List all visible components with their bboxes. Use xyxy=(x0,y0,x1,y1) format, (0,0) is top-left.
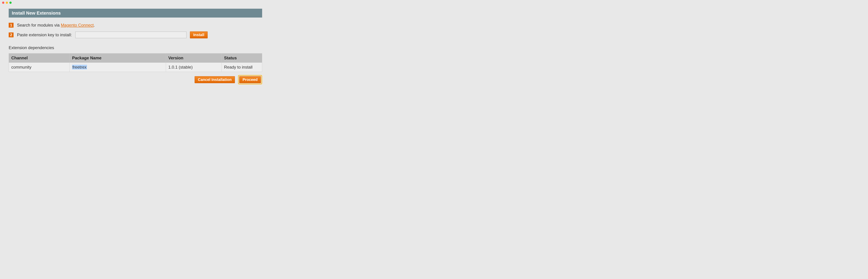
step-2: 2 Paste extension key to install: Instal… xyxy=(9,31,262,38)
cell-package: freetrex xyxy=(70,63,166,72)
table-row: community freetrex 1.0.1 (stable) Ready … xyxy=(9,63,262,72)
window-minimize-icon[interactable] xyxy=(6,2,8,4)
col-package-header: Package Name xyxy=(70,54,166,63)
extension-key-input[interactable] xyxy=(75,32,186,38)
step-1: 1 Search for modules via Magento Connect… xyxy=(9,23,262,28)
cell-channel: community xyxy=(9,63,70,72)
step-1-badge: 1 xyxy=(9,23,13,28)
step-2-label: Paste extension key to install: xyxy=(17,32,72,37)
action-bar: Cancel Installation Proceed xyxy=(9,75,262,84)
col-version-header: Version xyxy=(166,54,221,63)
section-header: Install New Extensions xyxy=(9,9,262,18)
empty-area xyxy=(271,0,868,89)
proceed-highlight: Proceed xyxy=(238,75,262,84)
window-close-icon[interactable] xyxy=(2,2,4,4)
window-titlebar xyxy=(0,0,271,5)
step-1-prefix: Search for modules via xyxy=(17,23,61,27)
install-button[interactable]: Install xyxy=(190,31,208,38)
package-name-highlight: freetrex xyxy=(72,65,87,69)
step-1-text: Search for modules via Magento Connect. xyxy=(17,23,95,28)
step-2-badge: 2 xyxy=(9,32,13,37)
cell-status: Ready to install xyxy=(221,63,262,72)
app-window: Install New Extensions 1 Search for modu… xyxy=(0,0,271,89)
dependencies-heading: Extension dependencies xyxy=(9,45,262,50)
table-header-row: Channel Package Name Version Status xyxy=(9,54,262,63)
cancel-installation-button[interactable]: Cancel Installation xyxy=(195,76,235,83)
step-1-suffix: . xyxy=(94,23,95,27)
col-status-header: Status xyxy=(221,54,262,63)
cell-version: 1.0.1 (stable) xyxy=(166,63,221,72)
magento-connect-link[interactable]: Magento Connect xyxy=(61,23,94,27)
proceed-button[interactable]: Proceed xyxy=(239,76,261,83)
dependencies-table: Channel Package Name Version Status comm… xyxy=(9,53,262,72)
col-channel-header: Channel xyxy=(9,54,70,63)
window-maximize-icon[interactable] xyxy=(9,2,12,4)
